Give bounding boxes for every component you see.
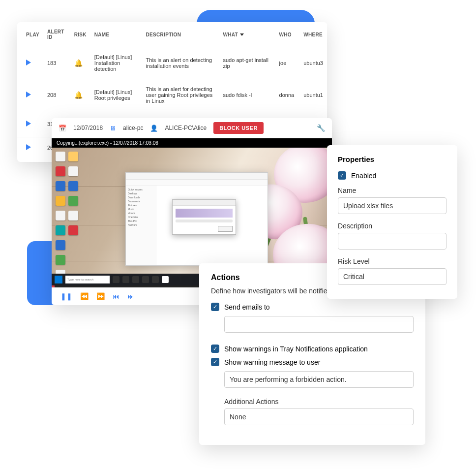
recording-titlebar: Copying...(explorer.exe) - 12/07/2018 17…	[52, 138, 332, 148]
pause-icon[interactable]: ❚❚	[60, 292, 72, 300]
play-icon[interactable]	[26, 92, 31, 97]
additional-actions-label: Additional Actions	[224, 398, 414, 406]
calendar-icon: 📅	[59, 125, 66, 132]
name-label: Name	[338, 187, 446, 194]
monitor-icon: 🖥	[110, 125, 116, 132]
block-user-button[interactable]: BLOCK USER	[213, 122, 264, 134]
skip-back-icon[interactable]: ⏮	[113, 292, 119, 300]
session-user: ALICE-PC\Alice	[165, 125, 207, 131]
user-warning-checkbox[interactable]: ✓	[211, 358, 219, 366]
col-play[interactable]: PLAY	[17, 22, 43, 47]
col-what[interactable]: WHAT	[219, 22, 275, 47]
player-toolbar: 📅 12/07/2018 🖥 alice-pc 👤 ALICE-PC\Alice…	[52, 118, 332, 138]
risk-level-field[interactable]	[338, 268, 446, 285]
play-icon[interactable]	[26, 121, 31, 126]
cell-who: donna	[275, 79, 300, 111]
col-who[interactable]: WHO	[275, 22, 300, 47]
skip-forward-icon[interactable]: ⏭	[127, 292, 134, 300]
table-row[interactable]: 183 🔔 [Default] [Linux] Installation det…	[17, 47, 327, 79]
cell-where: ubuntu3	[299, 47, 327, 79]
cell-what: sudo apt-get install zip	[219, 47, 275, 79]
send-emails-field[interactable]	[224, 316, 414, 333]
session-host: alice-pc	[123, 125, 143, 131]
cell-where: ubuntu1	[299, 79, 327, 111]
bell-icon: 🔔	[74, 59, 83, 67]
cell-name: [Default] [Linux] Root privileges	[90, 79, 142, 111]
properties-title: Properties	[338, 155, 446, 163]
sort-caret-icon	[240, 33, 244, 36]
taskbar-search: Type here to search	[65, 276, 110, 283]
cell-alert-id: 183	[43, 47, 70, 79]
play-icon[interactable]	[26, 144, 31, 150]
col-where[interactable]: WHERE	[299, 22, 327, 47]
col-description[interactable]: DESCRIPTION	[142, 22, 219, 47]
enabled-checkbox[interactable]: ✓	[338, 171, 346, 180]
send-emails-label: Send emails to	[224, 303, 270, 311]
description-label: Description	[338, 222, 446, 230]
risk-level-label: Risk Level	[338, 257, 446, 265]
col-name[interactable]: NAME	[90, 22, 142, 47]
tray-notify-label: Show warnings in Tray Notifications appl…	[224, 345, 368, 353]
cell-name: [Default] [Linux] Installation detection	[90, 47, 142, 79]
copy-dialog	[172, 199, 236, 235]
start-button-icon	[55, 276, 62, 283]
col-risk[interactable]: RISK	[70, 22, 90, 47]
col-alert-id[interactable]: ALERT ID	[43, 22, 70, 47]
additional-actions-field[interactable]	[224, 408, 414, 425]
properties-panel: Properties ✓ Enabled Name Description Ri…	[327, 145, 457, 299]
user-warning-label: Show warning message to user	[224, 358, 320, 366]
rewind-icon[interactable]: ⏪	[80, 292, 89, 300]
name-field[interactable]	[338, 197, 446, 214]
cell-what: sudo fdisk -l	[219, 79, 275, 111]
play-icon[interactable]	[26, 60, 31, 65]
desktop-icons-col	[56, 152, 65, 280]
session-date: 12/07/2018	[73, 125, 103, 131]
enabled-label: Enabled	[351, 172, 376, 180]
settings-icon[interactable]: 🔧	[317, 124, 325, 132]
bell-icon: 🔔	[74, 91, 83, 99]
description-field[interactable]	[338, 233, 446, 250]
user-warning-field[interactable]	[224, 371, 414, 388]
cell-alert-id: 208	[43, 79, 70, 111]
desktop-icons-col	[68, 152, 78, 235]
table-row[interactable]: 208 🔔 [Default] [Linux] Root privileges …	[17, 79, 327, 111]
user-icon: 👤	[150, 125, 158, 132]
cell-description: This is an alert on detecting installati…	[142, 47, 219, 79]
forward-icon[interactable]: ⏩	[96, 292, 105, 300]
cell-who: joe	[275, 47, 300, 79]
send-emails-checkbox[interactable]: ✓	[211, 303, 219, 311]
cell-description: This is an alert for detecting user gain…	[142, 79, 219, 111]
tray-notify-checkbox[interactable]: ✓	[211, 345, 219, 353]
